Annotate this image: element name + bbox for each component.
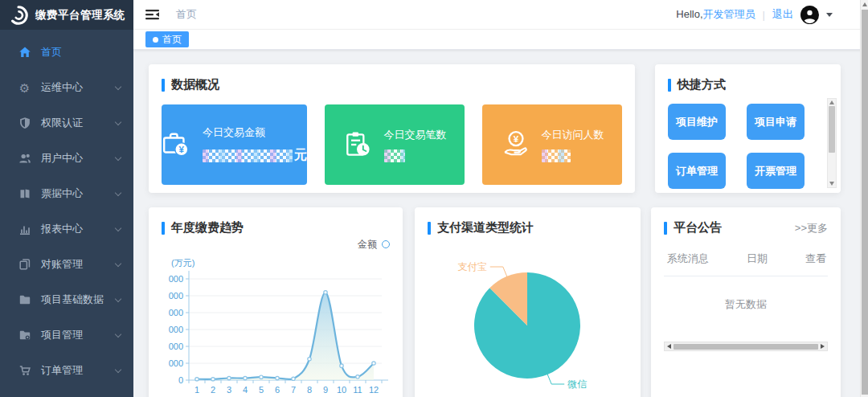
announcement-header: 平台公告 >>更多 bbox=[664, 220, 828, 235]
page-scrollbar[interactable] bbox=[860, 0, 868, 397]
title-accent-bar bbox=[664, 222, 667, 235]
sidebar-item-project-management[interactable]: 项目管理 bbox=[0, 317, 133, 353]
stat-label: 今日交易金额 bbox=[203, 125, 307, 140]
sidebar-item-report-center[interactable]: 报表中心 bbox=[0, 211, 133, 247]
hand-yen-icon: ¥ bbox=[501, 129, 531, 160]
cart-icon bbox=[18, 364, 31, 378]
avatar[interactable] bbox=[800, 6, 819, 24]
scroll-down-icon[interactable] bbox=[829, 182, 834, 186]
sidebar-item-label: 首页 bbox=[41, 45, 121, 59]
scroll-left-icon[interactable] bbox=[667, 344, 671, 349]
svg-text:9: 9 bbox=[323, 385, 328, 395]
sidebar-item-label: 订单管理 bbox=[41, 363, 116, 378]
chevron-down-icon bbox=[115, 330, 121, 337]
svg-text:1: 1 bbox=[194, 385, 199, 395]
project-apply-button[interactable]: 项目申请 bbox=[747, 104, 805, 140]
avatar-dropdown-caret[interactable] bbox=[826, 13, 833, 17]
greeting-text: Hello,开发管理员 bbox=[676, 7, 755, 22]
project-maintain-button[interactable]: 项目维护 bbox=[668, 104, 726, 140]
title-accent-bar bbox=[162, 222, 165, 235]
tab-active-dot bbox=[153, 37, 158, 43]
svg-text:(万元): (万元) bbox=[171, 258, 194, 268]
shortcuts-title: 快捷方式 bbox=[678, 77, 726, 92]
username-link[interactable]: 开发管理员 bbox=[703, 8, 755, 20]
overview-title: 数据概况 bbox=[171, 77, 219, 92]
legend-marker-icon bbox=[382, 240, 390, 248]
title-accent-bar bbox=[668, 79, 671, 92]
announcement-scrollbar[interactable] bbox=[664, 342, 828, 351]
row-top: 数据概况 ¥ bbox=[149, 64, 841, 193]
shortcuts-scrollbar[interactable] bbox=[827, 98, 837, 188]
stat-label: 今日访问人数 bbox=[542, 128, 604, 142]
sidebar-item-label: 权限认证 bbox=[41, 116, 116, 130]
col-view: 查看 bbox=[805, 252, 826, 266]
app-logo-icon bbox=[8, 5, 29, 26]
announcement-title: 平台公告 bbox=[674, 220, 722, 235]
sidebar-item-order-management[interactable]: 订单管理 bbox=[0, 353, 133, 388]
sidebar-item-auth-center[interactable]: 权限认证 bbox=[0, 105, 133, 141]
line-chart: 0000000000000000000123456789101112(万元)月 bbox=[162, 250, 390, 397]
scroll-up-icon[interactable] bbox=[862, 2, 867, 6]
stat-today-amount: ¥ 今日交易金额 元 bbox=[162, 104, 307, 185]
sidebar-item-project-basic-data[interactable]: 项目基础数据 bbox=[0, 282, 133, 317]
stat-row: ¥ 今日交易金额 元 bbox=[162, 104, 622, 185]
app-title: 缴费平台管理系统 bbox=[35, 8, 125, 23]
pie-chart: 微信支付宝 bbox=[428, 240, 628, 397]
main-area: 首页 Hello,开发管理员 | 退出 首页 bbox=[133, 0, 868, 397]
card-title: 快捷方式 bbox=[668, 77, 828, 92]
chart-legend[interactable]: 金额 bbox=[162, 239, 390, 250]
svg-text:4: 4 bbox=[243, 385, 248, 395]
tab-home[interactable]: 首页 bbox=[145, 31, 189, 47]
sidebar-collapse-button[interactable] bbox=[145, 8, 160, 21]
svg-text:000: 000 bbox=[169, 325, 183, 334]
ledger-icon bbox=[18, 187, 31, 201]
sidebar-item-ops-center[interactable]: ⚙ 运维中心 bbox=[0, 70, 133, 105]
col-system-message: 系统消息 bbox=[667, 252, 709, 266]
invoice-manage-button[interactable]: 开票管理 bbox=[747, 153, 805, 189]
svg-text:2: 2 bbox=[211, 385, 215, 395]
stat-today-visitors: ¥ 今日访问人数 bbox=[482, 104, 622, 185]
breadcrumb[interactable]: 首页 bbox=[176, 7, 197, 22]
order-manage-button[interactable]: 订单管理 bbox=[668, 153, 726, 189]
divider: | bbox=[763, 9, 765, 21]
stat-value bbox=[542, 149, 604, 162]
app-window: 缴费平台管理系统 首页 ⚙ 运维中心 权限认证 bbox=[0, 0, 868, 397]
gear-icon: ⚙ bbox=[18, 81, 31, 95]
scroll-right-icon[interactable] bbox=[821, 344, 825, 349]
col-date: 日期 bbox=[747, 252, 768, 266]
briefcase-yen-icon: ¥ bbox=[162, 129, 192, 160]
masked-value bbox=[542, 149, 571, 162]
svg-text:10: 10 bbox=[337, 385, 346, 395]
title-accent-bar bbox=[428, 222, 431, 235]
empty-state-text: 暂无数据 bbox=[664, 276, 828, 329]
card-title: 年度缴费趋势 bbox=[162, 220, 390, 235]
logout-link[interactable]: 退出 bbox=[772, 7, 793, 22]
sidebar-item-label: 对账管理 bbox=[41, 257, 116, 272]
copy-icon bbox=[18, 258, 31, 272]
folder-icon bbox=[18, 293, 31, 307]
scroll-up-icon[interactable] bbox=[829, 100, 834, 104]
svg-text:000: 000 bbox=[169, 342, 183, 351]
more-link[interactable]: >>更多 bbox=[795, 221, 828, 235]
scrollbar-thumb[interactable] bbox=[829, 106, 835, 153]
masked-value bbox=[384, 149, 405, 162]
sidebar-item-invoice-center[interactable]: 票据中心 bbox=[0, 176, 133, 211]
svg-text:8: 8 bbox=[307, 385, 312, 395]
sidebar-item-reconciliation[interactable]: 对账管理 bbox=[0, 247, 133, 282]
shortcut-grid: 项目维护 项目申请 订单管理 开票管理 bbox=[668, 104, 828, 189]
scrollbar-thumb[interactable] bbox=[674, 344, 818, 350]
sidebar-item-home[interactable]: 首页 bbox=[0, 35, 133, 70]
card-title: 数据概况 bbox=[162, 77, 622, 92]
scrollbar-thumb[interactable] bbox=[862, 10, 868, 395]
tab-label: 首页 bbox=[162, 33, 182, 47]
svg-text:7: 7 bbox=[291, 385, 296, 395]
sidebar-item-user-center[interactable]: 用户中心 bbox=[0, 141, 133, 176]
legend-label: 金额 bbox=[358, 238, 377, 252]
svg-text:支付宝: 支付宝 bbox=[458, 261, 487, 272]
clipboard-clock-icon bbox=[343, 129, 374, 160]
shortcuts-card: 快捷方式 项目维护 项目申请 订单管理 开票管理 bbox=[655, 64, 841, 193]
chevron-down-icon bbox=[115, 153, 121, 160]
sidebar: 缴费平台管理系统 首页 ⚙ 运维中心 权限认证 bbox=[0, 0, 133, 397]
sidebar-item-label: 项目管理 bbox=[41, 328, 116, 342]
folder-gear-icon bbox=[18, 329, 31, 342]
